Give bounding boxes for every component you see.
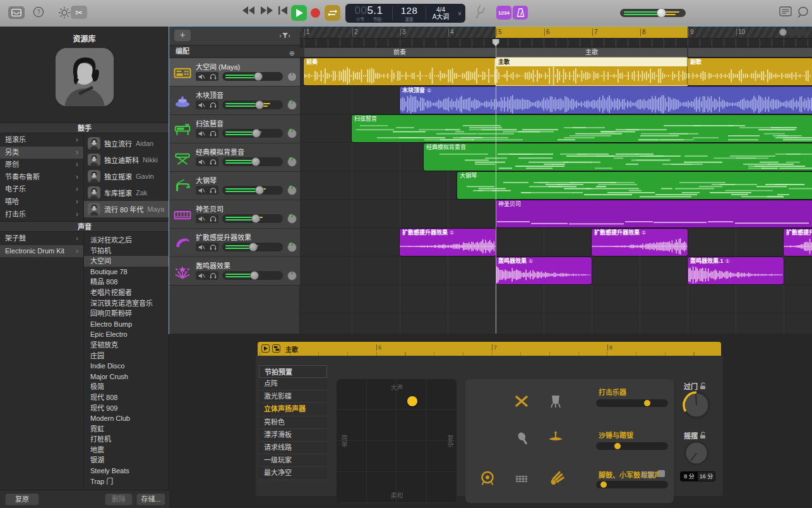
kit-item[interactable]: 架子鼓› — [0, 233, 83, 245]
play-icon[interactable] — [261, 344, 270, 353]
beat-preset-item[interactable]: 最大净空 — [259, 467, 327, 480]
drummer-xy-pad[interactable]: 大声 柔和 简单 复杂 — [337, 379, 457, 503]
rewind-icon[interactable] — [242, 6, 255, 15]
sound-item[interactable]: 打桩机 — [84, 434, 169, 445]
pan-knob[interactable] — [287, 157, 297, 167]
lcd-chevron-down-icon[interactable]: ∨ — [455, 4, 464, 23]
mixer-slider-knob[interactable] — [644, 400, 650, 406]
region[interactable]: 扩散感提升器效果① — [592, 229, 688, 256]
bar-ruler[interactable]: 1234567891011 — [300, 27, 812, 39]
volume-knob[interactable] — [250, 271, 259, 280]
mixer-slider-knob[interactable] — [614, 443, 621, 449]
pan-knob[interactable] — [287, 270, 297, 281]
beat-ruler[interactable] — [300, 39, 812, 47]
sound-item[interactable]: 霓虹 — [84, 424, 169, 435]
beat-preset-item[interactable]: 请求线路 — [259, 442, 327, 454]
drummer-item[interactable]: 车库摇滚Zak — [84, 184, 169, 201]
beat-preset-item[interactable]: 激光影碟 — [259, 390, 327, 403]
sound-item[interactable]: 精品 808 — [84, 277, 169, 287]
volume-knob[interactable] — [252, 129, 261, 138]
region[interactable]: 经典模拟背景音 — [424, 143, 812, 171]
mixer-slider-knob[interactable] — [600, 481, 607, 488]
mixer-slider[interactable] — [596, 442, 668, 450]
track-volume-slider[interactable] — [222, 157, 283, 166]
mixer-slider[interactable] — [596, 399, 668, 407]
master-volume-knob[interactable] — [657, 8, 666, 18]
division-option[interactable]: 8 分 — [681, 472, 698, 481]
track-volume-slider[interactable] — [222, 72, 283, 81]
play-icon[interactable] — [291, 5, 307, 21]
sound-item[interactable]: 节拍机 — [84, 246, 169, 257]
mute-button[interactable] — [196, 271, 207, 280]
clap-icon[interactable] — [549, 469, 565, 486]
beat-preset-item[interactable]: 一级玩家 — [259, 454, 327, 467]
sound-item[interactable]: Electro Bump — [84, 319, 169, 330]
sound-item[interactable]: 回响贝斯粉碎 — [84, 308, 169, 319]
beat-preset-item[interactable]: 立体声扬声器 — [259, 403, 327, 416]
track-header[interactable]: 大空间 (Maya) — [169, 58, 300, 87]
track-header[interactable]: 扩散感提升器效果 — [169, 229, 300, 257]
beat-presets-header[interactable]: 节拍预置 — [259, 365, 327, 378]
playhead[interactable] — [496, 39, 497, 334]
master-volume-slider[interactable] — [620, 9, 686, 17]
zoom-slider-knob[interactable] — [779, 28, 787, 36]
solo-button[interactable] — [207, 243, 218, 251]
solo-button[interactable] — [207, 157, 218, 166]
snare-icon[interactable] — [513, 471, 530, 487]
sound-item[interactable]: 现代 909 — [84, 403, 169, 414]
mute-button[interactable] — [196, 214, 207, 223]
track-header[interactable]: 经典模拟背景音 — [169, 143, 300, 172]
pan-knob[interactable] — [287, 214, 297, 224]
tuning-fork-icon[interactable] — [474, 5, 484, 20]
volume-knob[interactable] — [254, 72, 263, 81]
beat-preset-item[interactable]: 亮粉色 — [259, 416, 327, 429]
pan-knob[interactable] — [287, 71, 297, 82]
fills-knob[interactable] — [680, 389, 713, 424]
mute-button[interactable] — [196, 243, 207, 251]
drummer-category-item[interactable]: 电子乐› — [0, 183, 83, 196]
region[interactable]: 神圣贝司 — [496, 200, 812, 227]
solo-button[interactable] — [207, 271, 218, 280]
sound-item[interactable]: Modern Club — [84, 413, 169, 424]
solo-button[interactable] — [207, 214, 218, 223]
project-chooser-icon[interactable] — [8, 6, 25, 19]
sound-item[interactable]: Major Crush — [84, 372, 169, 382]
fast-forward-icon[interactable] — [260, 6, 273, 15]
drumsticks-icon[interactable] — [513, 393, 530, 409]
track-filter-icon[interactable]: ›‹ — [276, 30, 294, 41]
region[interactable]: 主歌 — [496, 58, 688, 85]
hihat-icon[interactable] — [547, 430, 564, 446]
region[interactable]: 轰鸣器效果.1① — [688, 257, 784, 284]
beat-preset-item[interactable]: 点阵 — [259, 378, 327, 390]
record-icon[interactable] — [311, 8, 320, 18]
track-volume-slider[interactable] — [222, 271, 283, 280]
sound-item[interactable]: 庄园 — [84, 351, 169, 361]
pan-knob[interactable] — [287, 100, 297, 111]
sound-item[interactable]: 极简 — [84, 382, 169, 392]
mute-button[interactable] — [196, 129, 207, 138]
shaker-icon[interactable] — [515, 431, 532, 447]
region[interactable]: 木块顶音① — [400, 87, 812, 114]
track-volume-slider[interactable] — [222, 186, 283, 195]
swing-knob[interactable] — [683, 439, 710, 469]
sound-item[interactable]: 深沉铁克诺浩室音乐 — [84, 298, 169, 309]
track-volume-slider[interactable] — [222, 100, 283, 109]
arrangement-section[interactable]: 主歌 — [496, 48, 687, 57]
sound-item[interactable]: 银湖 — [84, 455, 169, 466]
count-in-button[interactable]: 1234 — [496, 6, 511, 20]
display-icon[interactable] — [779, 6, 792, 16]
drummer-item[interactable]: 独立迪斯科Nikki — [84, 152, 169, 168]
volume-knob[interactable] — [255, 100, 264, 109]
pan-knob[interactable] — [287, 185, 297, 196]
kick-icon[interactable] — [479, 470, 496, 487]
region[interactable]: 扩散感提升 — [784, 229, 812, 256]
lcd-display[interactable]: 005.1 小节节拍 128 速度 4/4 A大调 ∨ — [345, 4, 465, 23]
xy-pad-puck[interactable] — [407, 396, 417, 406]
cycle-icon[interactable] — [325, 5, 340, 21]
regions-icon[interactable] — [272, 344, 280, 353]
sound-item[interactable]: Indie Disco — [84, 361, 169, 372]
track-header[interactable]: 大钢琴 — [169, 172, 300, 200]
mute-button[interactable] — [196, 72, 207, 81]
volume-knob[interactable] — [255, 186, 264, 195]
volume-knob[interactable] — [251, 157, 260, 166]
